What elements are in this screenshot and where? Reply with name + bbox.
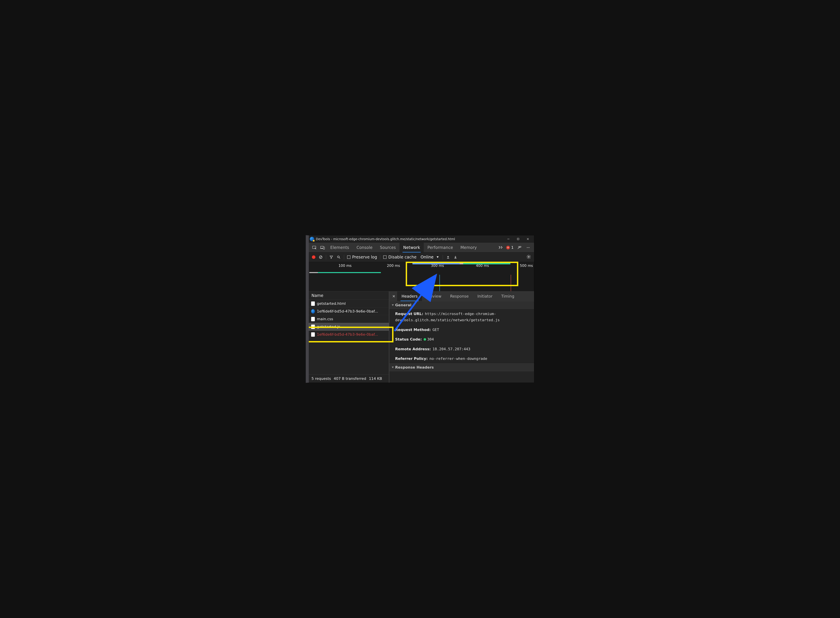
request-list-pane: Name getstarted.html 1ef6de6f-bd5d-47b3-… [309,291,389,383]
svg-point-10 [528,247,529,248]
overview-bar [309,272,318,273]
tab-sources[interactable]: Sources [376,243,399,252]
svg-rect-5 [320,246,323,248]
upload-icon[interactable] [446,255,450,259]
svg-point-8 [518,246,520,247]
file-icon [311,332,315,337]
download-icon[interactable] [453,255,458,259]
network-overview[interactable]: 100 ms 200 ms 300 ms 400 ms 500 ms [309,262,534,291]
minimize-button[interactable] [503,235,513,243]
tick-label: 100 ms [338,264,351,268]
edge-icon [311,309,315,313]
disclosure-icon [392,367,394,368]
status-dot-icon [423,338,426,341]
kv-request-url: Request URL:https://microsoft-edge-chrom… [389,309,534,325]
main-tabs: Elements Console Sources Network Perform… [309,243,534,253]
clear-icon[interactable] [319,255,323,259]
section-general[interactable]: General [389,301,534,309]
file-icon [311,325,315,329]
preserve-log-checkbox[interactable]: Preserve log [347,255,377,260]
error-icon: ✕ [506,246,510,250]
disable-cache-checkbox[interactable]: Disable cache [383,255,417,260]
network-toolbar: Preserve log Disable cache Online [309,253,534,262]
svg-line-13 [320,256,322,258]
filter-icon[interactable] [329,255,334,259]
kv-status-code: Status Code:304 [389,334,534,344]
footer-transferred: 407 B transferred [334,376,366,381]
tab-console[interactable]: Console [353,243,376,252]
headers-panel: General Request URL:https://microsoft-ed… [389,301,534,383]
detail-tab-initiator[interactable]: Initiator [473,291,497,301]
request-list-header[interactable]: Name [309,291,389,300]
tab-network[interactable]: Network [399,243,424,252]
footer-size: 114 KB [369,376,382,381]
svg-rect-7 [323,247,325,249]
error-count: 1 [511,245,514,250]
more-tabs-icon[interactable] [499,245,503,250]
svg-rect-1 [517,238,519,240]
detail-tab-response[interactable]: Response [446,291,473,301]
close-detail-button[interactable]: ✕ [390,291,397,301]
titlebar: DevTools - microsoft-edge-chromium-devto… [309,235,534,243]
request-row[interactable]: 1ef6de6f-bd5d-47b3-9e6e-0baf... [309,308,389,315]
tick-label: 500 ms [520,264,533,268]
kv-remote-address: Remote Address:18.204.57.207:443 [389,344,534,354]
error-count-badge[interactable]: ✕ 1 [506,245,514,250]
kv-request-method: Request Method:GET [389,325,534,334]
detail-tab-headers[interactable]: Headers [397,291,422,301]
more-options-icon[interactable] [525,246,531,250]
window-controls [503,235,533,243]
tab-memory[interactable]: Memory [457,243,481,252]
devtools-window: DevTools - microsoft-edge-chromium-devto… [306,235,534,383]
network-split: Name getstarted.html 1ef6de6f-bd5d-47b3-… [309,291,534,383]
tick-label: 200 ms [387,264,400,268]
svg-point-9 [527,247,527,248]
close-button[interactable] [523,235,533,243]
overview-bar [318,272,381,273]
inspect-element-icon[interactable] [310,243,319,252]
search-icon[interactable] [337,255,341,259]
request-list-footer: 5 requests 407 B transferred 114 KB [309,374,389,383]
section-response-headers[interactable]: Response Headers [389,363,534,371]
request-detail-pane: ✕ Headers Preview Response Initiator Tim… [389,291,534,383]
caret-down-icon [436,256,439,258]
footer-requests: 5 requests [311,376,331,381]
file-icon [311,302,315,306]
detail-tab-timing[interactable]: Timing [497,291,519,301]
svg-line-15 [339,258,340,258]
request-row[interactable]: getstarted.html [309,300,389,308]
tab-elements[interactable]: Elements [326,243,353,252]
request-row[interactable]: main.css [309,315,389,323]
disclosure-icon [392,304,394,306]
device-toolbar-icon[interactable] [319,243,326,252]
feedback-icon[interactable] [517,246,522,250]
edge-devtools-icon [310,237,314,241]
detail-tabs: ✕ Headers Preview Response Initiator Tim… [389,291,534,301]
settings-icon[interactable] [526,254,531,260]
throttling-select[interactable]: Online [420,255,439,260]
kv-referrer-policy: Referrer Policy:no-referrer-when-downgra… [389,354,534,363]
maximize-button[interactable] [513,235,523,243]
detail-tab-preview[interactable]: Preview [422,291,446,301]
svg-point-18 [528,256,529,257]
request-list[interactable]: getstarted.html 1ef6de6f-bd5d-47b3-9e6e-… [309,300,389,374]
svg-point-14 [338,256,340,258]
window-title: DevTools - microsoft-edge-chromium-devto… [316,237,455,241]
annotation-highlight-overview [406,261,518,286]
record-button[interactable] [312,255,316,259]
request-row-selected[interactable]: getstarted.js [309,323,389,331]
tab-performance[interactable]: Performance [424,243,457,252]
request-row-error[interactable]: 1ef6de6f-bd5d-47b3-9e6e-0baf... [309,331,389,339]
svg-point-11 [529,247,530,248]
file-icon [311,317,315,321]
